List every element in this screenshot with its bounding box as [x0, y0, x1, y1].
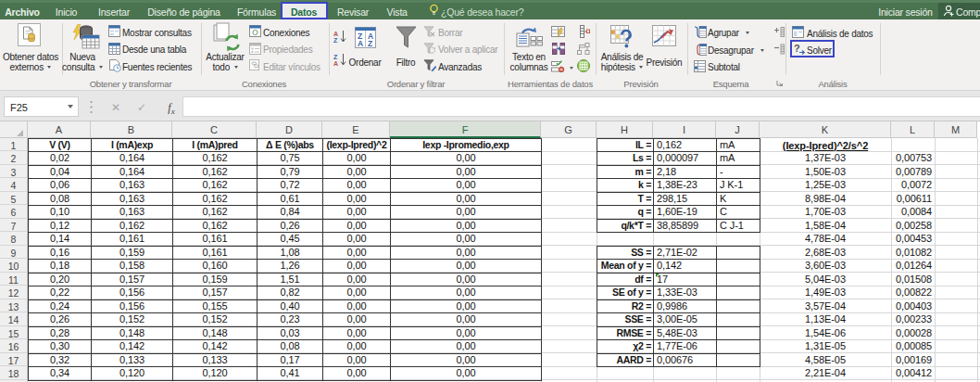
svg-text:?: ? — [794, 43, 800, 54]
svg-text:A: A — [358, 39, 363, 48]
svg-text:Z: Z — [368, 39, 372, 48]
svg-text:Z: Z — [333, 37, 338, 44]
svg-text:A: A — [333, 31, 338, 37]
